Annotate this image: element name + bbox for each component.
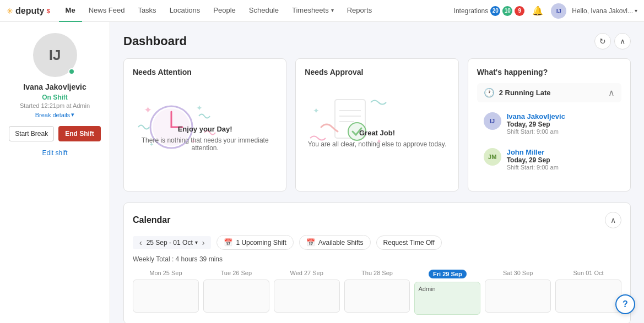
calendar-days: Mon 25 Sep Tue 26 Sep Wed 27 Sep Thu 28 … (133, 270, 621, 315)
cal-day-header-1: Tue 26 Sep (221, 270, 252, 276)
date-range-nav: ‹ 25 Sep - 01 Oct ▾ › (133, 236, 211, 249)
started-text: Started 12:21pm at Admin (20, 102, 90, 109)
dashboard-header-icons: ↻ ∧ (594, 33, 631, 50)
clock-icon: 🕐 (484, 87, 495, 98)
dashboard-panels: Needs Attention ✦ ✦ ✦ ✦ (123, 58, 631, 191)
prev-week-button[interactable]: ‹ (137, 238, 144, 247)
badge-red: 9 (515, 6, 524, 16)
running-late-header[interactable]: 🕐 2 Running Late ∧ (477, 83, 621, 102)
sidebar-user-name: Ivana Jakovljevic (23, 83, 86, 91)
calendar-collapse-button[interactable]: ∧ (605, 212, 621, 228)
person-name-2[interactable]: John Miller (507, 148, 559, 156)
cal-day-5: Sat 30 Sep (485, 270, 551, 315)
logo[interactable]: ✳ deputy $ (7, 6, 50, 16)
whats-happening-title: What's happening? (477, 68, 621, 76)
date-range-dropdown-icon: ▾ (195, 239, 198, 245)
cal-day-header-2: Wed 27 Sep (290, 270, 323, 276)
cal-day-2: Wed 27 Sep (274, 270, 340, 315)
on-shift-status: On Shift (42, 94, 68, 101)
start-break-button[interactable]: Start Break (9, 126, 54, 141)
user-greeting[interactable]: Hello, Ivana Jakovl... ▾ (572, 7, 637, 15)
cal-day-cell-4: Admin (414, 282, 480, 315)
online-indicator (68, 68, 75, 75)
person-row-2: JM John Miller Today, 29 Sep Shift Start… (477, 143, 621, 176)
person-shift-2: Shift Start: 9:00 am (507, 164, 559, 171)
cal-day-0: Mon 25 Sep (133, 270, 199, 315)
whats-happening-panel: What's happening? 🕐 2 Running Late ∧ IJ … (468, 58, 631, 191)
user-avatar-nav: IJ (551, 3, 566, 19)
person-row-1: IJ Ivana Jakovljevic Today, 29 Sep Shift… (477, 107, 621, 140)
break-details-arrow: ▾ (71, 111, 74, 118)
navigation: ✳ deputy $ Me News Feed Tasks Locations … (0, 0, 644, 22)
badge-green: 10 (502, 6, 512, 16)
calendar-section: Calendar ∧ ‹ 25 Sep - 01 Oct ▾ › 📅 1 Upc… (123, 202, 631, 323)
weekly-total: Weekly Total : 4 hours 39 mins (133, 255, 621, 263)
nav-item-newsfeed[interactable]: News Feed (82, 0, 132, 22)
cal-day-header-3: Thu 28 Sep (361, 270, 393, 276)
end-shift-button[interactable]: End Shift (58, 126, 101, 141)
date-range-display[interactable]: 25 Sep - 01 Oct ▾ (147, 239, 198, 247)
cal-day-cell-0 (133, 280, 199, 313)
person-date-2: Today, 29 Sep (507, 156, 559, 164)
person-shift-1: Shift Start: 9:00 am (507, 128, 565, 135)
needs-attention-content: ✦ ✦ ✦ ✦ Enjoy your Day! There is nothing… (133, 83, 277, 182)
person-avatar-2: JM (484, 148, 501, 166)
nav-item-locations[interactable]: Locations (163, 0, 207, 22)
nav-item-me[interactable]: Me (59, 0, 82, 22)
break-details-link[interactable]: Break details ▾ (35, 111, 75, 118)
cal-cell-content-4: Admin (415, 282, 480, 295)
cal-day-6: Sun 01 Oct (555, 270, 621, 315)
help-button[interactable]: ? (615, 294, 635, 314)
refresh-button[interactable]: ↻ (594, 33, 611, 50)
needs-attention-message-body: There is nothing that needs your immedia… (133, 136, 277, 152)
collapse-button[interactable]: ∧ (614, 33, 631, 50)
needs-approval-content: ✦ ✦ Great Job! You are all clear, nothin… (305, 83, 449, 182)
svg-text:✦: ✦ (313, 106, 320, 115)
avatar-wrap: IJ (33, 33, 77, 77)
calendar-title: Calendar (133, 215, 170, 225)
sidebar: IJ Ivana Jakovljevic On Shift Started 12… (0, 22, 110, 323)
calendar-available-icon: 📅 (306, 238, 315, 247)
badge-blue: 20 (490, 6, 500, 16)
edit-shift-link[interactable]: Edit shift (42, 149, 67, 157)
main-layout: IJ Ivana Jakovljevic On Shift Started 12… (0, 22, 644, 323)
calendar-header: Calendar ∧ (133, 212, 621, 228)
cal-day-4: Fri 29 Sep Admin (414, 270, 480, 315)
person-date-1: Today, 29 Sep (507, 121, 565, 128)
cal-day-cell-6 (555, 280, 621, 313)
logo-dollar: $ (46, 8, 50, 14)
request-time-off-button[interactable]: Request Time Off (376, 236, 442, 250)
calendar-controls: ‹ 25 Sep - 01 Oct ▾ › 📅 1 Upcoming Shift… (133, 235, 621, 250)
cal-day-header-5: Sat 30 Sep (503, 270, 533, 276)
nav-item-people[interactable]: People (207, 0, 242, 22)
needs-attention-message-title: Enjoy your Day! (133, 125, 277, 133)
running-late-collapse-icon: ∧ (608, 87, 615, 98)
notifications-bell[interactable]: 🔔 (530, 3, 545, 19)
dashboard-title: Dashboard (123, 34, 187, 48)
upcoming-shift-pill[interactable]: 📅 1 Upcoming Shift (217, 235, 293, 250)
nav-item-reports[interactable]: Reports (340, 0, 379, 22)
nav-item-schedule[interactable]: Schedule (242, 0, 285, 22)
main-content: Dashboard ↻ ∧ Needs Attention (110, 22, 644, 323)
cal-day-cell-1 (203, 280, 269, 313)
next-week-button[interactable]: › (200, 238, 207, 247)
timesheets-dropdown-icon: ▾ (331, 7, 334, 13)
person-name-1[interactable]: Ivana Jakovljevic (507, 112, 565, 121)
person-avatar-1: IJ (484, 112, 501, 130)
available-shifts-pill[interactable]: 📅 Available Shifts (299, 235, 371, 250)
nav-right-section: Integrations 20 10 9 🔔 IJ Hello, Ivana J… (454, 3, 637, 19)
integrations-button[interactable]: Integrations 20 10 9 (454, 6, 525, 16)
cal-day-cell-2 (274, 280, 340, 313)
logo-text: deputy (15, 6, 44, 16)
dashboard-header: Dashboard ↻ ∧ (123, 33, 631, 50)
calendar-upcoming-icon: 📅 (224, 238, 232, 247)
nav-item-tasks[interactable]: Tasks (131, 0, 163, 22)
logo-icon: ✳ (7, 7, 13, 15)
cal-day-cell-5 (485, 280, 551, 313)
greeting-dropdown-icon: ▾ (635, 8, 637, 14)
nav-item-timesheets[interactable]: Timesheets▾ (285, 0, 340, 22)
cal-day-1: Tue 26 Sep (203, 270, 269, 315)
needs-approval-title: Needs Approval (305, 68, 449, 76)
needs-approval-message-title: Great Job! (308, 129, 447, 137)
cal-day-cell-3 (344, 280, 410, 313)
